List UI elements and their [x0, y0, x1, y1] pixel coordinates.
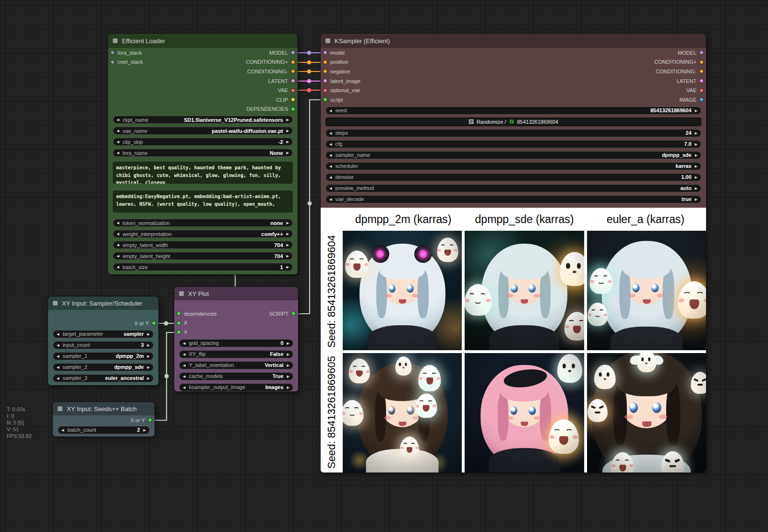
input-port-dot-cnet_stack[interactable] — [110, 60, 115, 64]
left-arrow-icon[interactable]: ◀ — [117, 129, 119, 132]
output-port-dot-CONDITIONING-[interactable] — [699, 69, 704, 73]
widget-Y_label_orientation[interactable]: ◀Y_label_orientationVertical▶ — [179, 361, 293, 369]
left-arrow-icon[interactable]: ◀ — [117, 265, 119, 269]
widget-grid_spacing[interactable]: ◀grid_spacing0▶ — [179, 339, 293, 347]
right-arrow-icon[interactable]: ▶ — [287, 151, 289, 154]
left-arrow-icon[interactable]: ◀ — [57, 332, 59, 336]
widget-XY_flip[interactable]: ◀XY_flipFalse▶ — [179, 350, 293, 358]
output-port-dot-LATENT[interactable] — [291, 79, 295, 83]
left-arrow-icon[interactable]: ◀ — [183, 353, 185, 356]
left-arrow-icon[interactable]: ◀ — [57, 343, 59, 347]
left-arrow-icon[interactable]: ◀ — [57, 366, 59, 369]
right-arrow-icon[interactable]: ▶ — [287, 254, 289, 258]
randomize-seed-button[interactable]: ⚄ Randomize / ♻ 85413261869604 — [325, 118, 701, 126]
left-arrow-icon[interactable]: ◀ — [117, 118, 119, 121]
left-arrow-icon[interactable]: ◀ — [183, 342, 185, 345]
node-efficient-loader[interactable]: Efficient Loader lora_stackMODELcnet_sta… — [108, 34, 298, 274]
widget-sampler_name[interactable]: ◀sampler_namedpmpp_sde▶ — [325, 151, 701, 159]
output-port-dot-CLIP[interactable] — [291, 97, 295, 102]
widget-weight_interpretation[interactable]: ◀weight_interpretationcomfy++▶ — [113, 230, 293, 238]
left-arrow-icon[interactable]: ◀ — [117, 254, 119, 258]
left-arrow-icon[interactable]: ◀ — [183, 364, 185, 367]
widget-steps[interactable]: ◀steps24▶ — [325, 129, 701, 137]
left-arrow-icon[interactable]: ◀ — [329, 198, 332, 201]
widget-sampler_2[interactable]: ◀sampler_2dpmpp_sde▶ — [53, 363, 154, 371]
left-arrow-icon[interactable]: ◀ — [329, 131, 332, 135]
left-arrow-icon[interactable]: ◀ — [329, 142, 332, 146]
output-port-dot-X or Y[interactable] — [148, 418, 152, 422]
widget-seed[interactable]: ◀seed85413261869604▶ — [325, 106, 701, 115]
input-port-dot-model[interactable] — [323, 50, 327, 55]
left-arrow-icon[interactable]: ◀ — [329, 154, 332, 157]
node-title-bar[interactable]: XY Input: Sampler/Scheduler — [48, 296, 158, 310]
right-arrow-icon[interactable]: ▶ — [287, 364, 289, 367]
right-arrow-icon[interactable]: ▶ — [695, 165, 697, 168]
right-arrow-icon[interactable]: ▶ — [695, 131, 697, 135]
node-xy-input-sampler-scheduler[interactable]: XY Input: Sampler/Scheduler X or Y ◀targ… — [48, 296, 158, 385]
right-arrow-icon[interactable]: ▶ — [287, 129, 289, 132]
input-port-dot-dependencies[interactable] — [177, 311, 181, 316]
input-port-dot-script[interactable] — [323, 97, 327, 102]
widget-token_normalization[interactable]: ◀token_normalizationnone▶ — [113, 219, 293, 227]
left-arrow-icon[interactable]: ◀ — [183, 375, 185, 378]
collapse-box-icon[interactable] — [325, 38, 330, 43]
widget-cache_models[interactable]: ◀cache_modelsTrue▶ — [179, 372, 293, 380]
negative-prompt-textarea[interactable]: embedding:EasyNegative.pt, embedding:bad… — [113, 190, 293, 213]
input-port-dot-lora_stack[interactable] — [110, 50, 115, 55]
widget-lora_name[interactable]: ◀lora_nameNone▶ — [113, 149, 293, 157]
right-arrow-icon[interactable]: ▶ — [287, 386, 289, 389]
widget-target_parameter[interactable]: ◀target_parametersampler▶ — [53, 330, 154, 338]
left-arrow-icon[interactable]: ◀ — [117, 140, 119, 143]
left-arrow-icon[interactable]: ◀ — [117, 221, 119, 225]
widget-denoise[interactable]: ◀denoise1.00▶ — [325, 173, 701, 181]
right-arrow-icon[interactable]: ▶ — [147, 377, 150, 380]
collapse-box-icon[interactable] — [179, 291, 184, 296]
input-port-dot-optional_vae[interactable] — [323, 88, 327, 93]
widget-batch_size[interactable]: ◀batch_size1▶ — [113, 263, 293, 271]
input-port-dot-positive[interactable] — [323, 60, 327, 64]
output-port-dot-IMAGE[interactable] — [699, 97, 704, 102]
right-arrow-icon[interactable]: ▶ — [695, 176, 697, 179]
right-arrow-icon[interactable]: ▶ — [287, 342, 289, 345]
left-arrow-icon[interactable]: ◀ — [57, 377, 59, 380]
input-port-dot-Y[interactable] — [177, 330, 181, 334]
output-port-dot-MODEL[interactable] — [291, 50, 295, 55]
collapse-box-icon[interactable] — [53, 301, 58, 306]
right-arrow-icon[interactable]: ▶ — [695, 109, 697, 112]
widget-input_count[interactable]: ◀input_count3▶ — [53, 341, 154, 349]
left-arrow-icon[interactable]: ◀ — [117, 151, 119, 154]
widget-vae_name[interactable]: ◀vae_namepastel-waifu-diffusion.vae.pt▶ — [113, 127, 293, 135]
collapse-box-icon[interactable] — [58, 406, 62, 411]
right-arrow-icon[interactable]: ▶ — [147, 355, 150, 358]
right-arrow-icon[interactable]: ▶ — [287, 232, 289, 236]
widget-empty_latent_height[interactable]: ◀empty_latent_height704▶ — [113, 252, 293, 260]
widget-batch_count[interactable]: ◀batch_count2▶ — [58, 426, 150, 434]
widget-preview_method[interactable]: ◀preview_methodauto▶ — [325, 184, 701, 192]
node-title-bar[interactable]: XY Plot — [174, 287, 298, 300]
right-arrow-icon[interactable]: ▶ — [287, 353, 289, 356]
widget-sampler_3[interactable]: ◀sampler_3euler_ancestral▶ — [53, 374, 154, 382]
node-title-bar[interactable]: XY Input: Seeds++ Batch — [53, 402, 155, 415]
output-port-dot-DEPENDENCIES[interactable] — [291, 107, 295, 111]
widget-ckpt_name[interactable]: ◀ckpt_nameSD1.5\aniverse_V12Pruned.safet… — [113, 116, 293, 124]
right-arrow-icon[interactable]: ▶ — [147, 366, 150, 369]
right-arrow-icon[interactable]: ▶ — [287, 243, 289, 247]
output-port-dot-CONDITIONING+[interactable] — [291, 60, 295, 64]
output-port-dot-VAE[interactable] — [699, 88, 704, 93]
widget-vae_decode[interactable]: ◀vae_decodetrue▶ — [325, 195, 701, 203]
output-port-dot-LATENT[interactable] — [699, 79, 704, 83]
left-arrow-icon[interactable]: ◀ — [329, 176, 332, 179]
right-arrow-icon[interactable]: ▶ — [287, 221, 289, 225]
output-port-dot-SCRIPT[interactable] — [291, 311, 296, 316]
widget-scheduler[interactable]: ◀schedulerkarras▶ — [325, 162, 701, 170]
node-graph-canvas[interactable]: Efficient Loader lora_stackMODELcnet_sta… — [0, 0, 768, 532]
output-port-dot-MODEL[interactable] — [699, 50, 704, 55]
widget-sampler_1[interactable]: ◀sampler_1dpmpp_2m▶ — [53, 352, 154, 360]
input-port-dot-latent_image[interactable] — [323, 79, 327, 83]
left-arrow-icon[interactable]: ◀ — [117, 243, 119, 247]
right-arrow-icon[interactable]: ▶ — [144, 428, 146, 432]
right-arrow-icon[interactable]: ▶ — [695, 142, 697, 146]
input-port-dot-X[interactable] — [177, 321, 181, 325]
input-port-dot-negative[interactable] — [323, 69, 327, 73]
right-arrow-icon[interactable]: ▶ — [695, 187, 697, 190]
